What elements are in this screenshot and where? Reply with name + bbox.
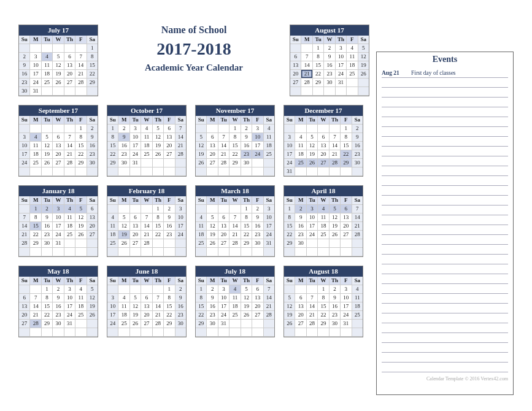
day-cell: 7	[264, 285, 274, 294]
dow-label: Th	[330, 277, 341, 285]
day-cell: 24	[252, 150, 263, 159]
day-cell: 22	[107, 150, 118, 159]
day-cell	[196, 125, 207, 133]
subtitle: Academic Year Calendar	[107, 63, 281, 73]
day-cell: 12	[130, 302, 141, 311]
day-cell	[330, 125, 341, 133]
dow-label: Th	[330, 116, 341, 125]
day-cell: 16	[87, 142, 98, 150]
template-credit: Calendar Template © 2016 Vertex42.com	[382, 376, 508, 382]
dow-label: Th	[64, 116, 75, 125]
day-cell: 15	[318, 302, 329, 311]
dow-label: M	[295, 116, 306, 125]
day-cell	[307, 248, 318, 256]
day-cell	[264, 328, 274, 337]
day-cell: 13	[64, 61, 75, 70]
day-cell	[130, 285, 141, 294]
event-row-blank	[382, 78, 508, 88]
dow-label: Th	[241, 196, 252, 205]
day-cell: 6	[141, 294, 152, 302]
day-cell: 12	[87, 294, 98, 302]
day-cell: 19	[130, 311, 141, 320]
day-cell	[107, 248, 118, 256]
day-cell: 18	[295, 150, 306, 159]
day-cell	[53, 328, 64, 337]
day-cell	[141, 159, 152, 167]
day-cell: 3	[341, 285, 352, 294]
day-cell	[218, 248, 229, 256]
day-cell: 12	[118, 222, 129, 231]
day-cell	[318, 248, 329, 256]
day-cell: 24	[53, 231, 64, 239]
dow-label: Sa	[87, 116, 98, 125]
dow-label: F	[75, 116, 87, 125]
day-cell: 24	[130, 150, 141, 159]
day-cell: 27	[218, 239, 229, 248]
day-cell: 3	[307, 205, 318, 213]
day-cell: 18	[107, 231, 118, 239]
day-cell: 11	[107, 222, 118, 231]
event-row-blank	[382, 127, 508, 137]
day-cell: 12	[75, 213, 87, 222]
day-cell	[75, 167, 87, 176]
day-cell	[118, 205, 129, 213]
day-cell: 29	[341, 159, 352, 167]
day-cell: 1	[341, 125, 352, 133]
day-cell	[358, 79, 369, 87]
day-cell: 20	[53, 150, 64, 159]
dow-label: Th	[64, 196, 75, 205]
day-cell: 11	[30, 142, 41, 150]
day-cell: 3	[336, 44, 347, 53]
event-row-blank	[382, 107, 508, 117]
day-cell: 6	[318, 133, 329, 142]
day-cell: 2	[87, 125, 98, 133]
day-cell: 3	[30, 53, 41, 61]
day-cell	[164, 248, 175, 256]
day-cell	[164, 328, 175, 337]
month-title: December 17	[284, 106, 363, 116]
day-cell: 9	[118, 133, 129, 142]
day-cell	[141, 285, 152, 294]
dow-label: M	[207, 196, 218, 205]
day-cell: 24	[341, 311, 352, 320]
day-cell	[141, 167, 152, 176]
day-cell	[164, 239, 175, 248]
event-row-blank	[382, 245, 508, 255]
dow-label: W	[318, 277, 329, 285]
day-cell: 29	[313, 79, 324, 87]
day-cell: 25	[264, 150, 274, 159]
day-cell	[330, 167, 341, 176]
day-cell: 6	[130, 213, 141, 222]
day-cell: 25	[229, 311, 241, 320]
day-cell: 31	[30, 87, 41, 96]
day-cell	[218, 125, 229, 133]
event-row-blank	[382, 284, 508, 294]
dow-label: Th	[330, 196, 341, 205]
day-cell: 14	[153, 302, 164, 311]
day-cell: 18	[64, 222, 75, 231]
day-cell: 23	[330, 311, 341, 320]
day-cell: 24	[284, 159, 295, 167]
day-cell: 26	[330, 231, 341, 239]
day-cell: 22	[42, 311, 53, 320]
day-cell: 26	[196, 159, 207, 167]
day-cell	[324, 87, 335, 96]
dow-label: Th	[241, 277, 252, 285]
day-cell	[153, 248, 164, 256]
day-cell: 5	[284, 294, 295, 302]
day-cell	[153, 167, 164, 176]
day-cell: 28	[352, 231, 363, 239]
day-cell: 31	[264, 239, 274, 248]
day-cell: 23	[252, 231, 263, 239]
event-row-blank	[382, 215, 508, 225]
day-cell: 13	[218, 222, 229, 231]
day-cell: 31	[53, 239, 64, 248]
day-cell	[229, 205, 241, 213]
day-cell: 6	[64, 53, 75, 61]
day-cell: 11	[75, 294, 87, 302]
day-cell: 15	[42, 302, 53, 311]
day-cell: 26	[307, 159, 318, 167]
day-cell: 5	[75, 205, 87, 213]
month-title: July 17	[19, 25, 98, 36]
day-cell	[141, 248, 152, 256]
